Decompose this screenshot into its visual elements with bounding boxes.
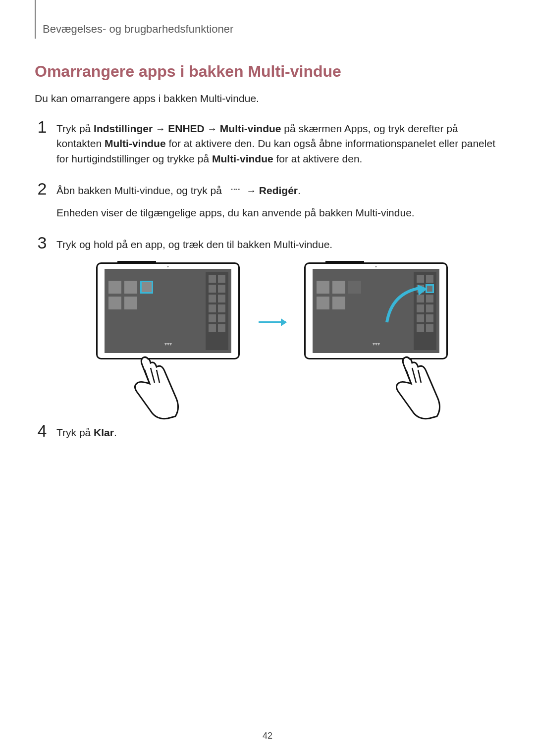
section-title: Omarrangere apps i bakken Multi-vindue [35,62,500,81]
text: Tryk på [56,123,94,134]
label-multi-vindue: Multi-vindue [220,123,281,134]
label-indstillinger: Indstillinger [94,123,153,134]
tablet-illustration-before: ▾▾▾ [96,262,240,394]
step-number: 4 [35,422,50,439]
text: Tryk og hold på en app, og træk den til … [56,237,500,252]
page-header: Bevægelses- og brugbarhedsfunktioner [35,20,500,39]
arrow-icon: → [244,185,259,196]
hand-icon [126,354,180,428]
arrow-icon: → [153,123,168,134]
header-rule [35,0,36,39]
hand-icon [387,354,442,428]
illustration: ▾▾▾ [96,262,500,394]
text: Tryk på [56,427,94,438]
step-2: 2 Åbn bakken Multi-vindue, og tryk på → … [35,180,500,220]
text: for at aktivere den. [273,153,363,164]
step-number: 2 [35,180,50,197]
page-number: 42 [263,731,272,741]
step-body: Åbn bakken Multi-vindue, og tryk på → Re… [56,180,500,220]
label-multi-vindue-switch: Multi-vindue [105,138,166,149]
label-enhed: ENHED [168,123,205,134]
step-body: Tryk på Indstillinger → ENHED → Multi-vi… [56,118,500,166]
arrow-icon: → [205,123,220,134]
steps-list: 1 Tryk på Indstillinger → ENHED → Multi-… [35,118,500,440]
step-3: 3 Tryk og hold på en app, og træk den ti… [35,234,500,408]
step-body: Tryk og hold på en app, og træk den til … [56,234,500,408]
intro-text: Du kan omarrangere apps i bakken Multi-v… [35,93,500,104]
tablet-illustration-after: ▾▾▾ [304,262,448,394]
label-multi-vindue: Multi-vindue [212,153,273,164]
chapter-title: Bevægelses- og brugbarhedsfunktioner [43,20,233,36]
text: . [114,427,117,438]
more-dots-icon [225,184,244,197]
text: Enheden viser de tilgængelige apps, du k… [56,205,500,220]
text: . [298,185,301,196]
step-1: 1 Tryk på Indstillinger → ENHED → Multi-… [35,118,500,166]
text: Åbn bakken Multi-vindue, og tryk på [56,185,225,196]
label-klar: Klar [94,427,114,438]
step-number: 1 [35,118,50,135]
transition-arrow-icon [255,308,289,332]
label-rediger: Redigér [259,185,298,196]
step-number: 3 [35,234,50,251]
